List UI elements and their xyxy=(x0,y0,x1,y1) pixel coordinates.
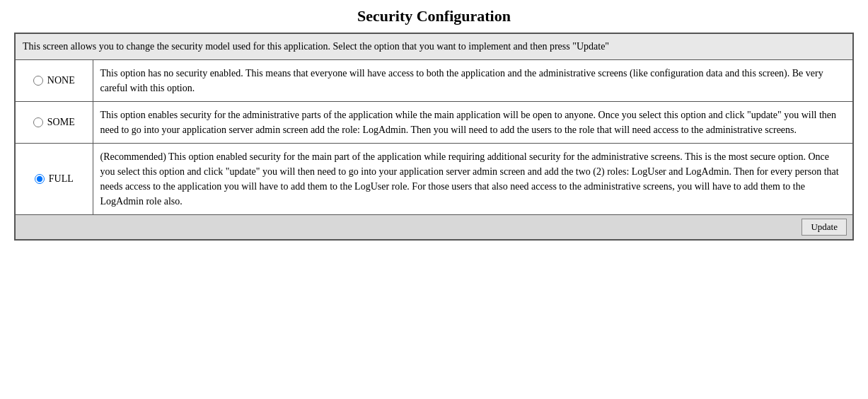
option-row-none: NONE This option has no security enabled… xyxy=(15,59,853,101)
intro-text: This screen allows you to change the sec… xyxy=(15,33,853,59)
description-full: (Recommended) This option enabled securi… xyxy=(93,143,853,214)
radio-some[interactable] xyxy=(33,117,43,127)
option-label-none: NONE xyxy=(15,59,93,101)
radio-full[interactable] xyxy=(35,174,45,184)
security-config-table: This screen allows you to change the sec… xyxy=(14,33,854,241)
intro-row: This screen allows you to change the sec… xyxy=(15,33,853,59)
label-some[interactable]: SOME xyxy=(47,117,75,128)
radio-none[interactable] xyxy=(33,76,43,86)
footer-cell: Update xyxy=(15,214,853,240)
option-label-full: FULL xyxy=(15,143,93,214)
option-row-full: FULL (Recommended) This option enabled s… xyxy=(15,143,853,214)
footer-row: Update xyxy=(15,214,853,240)
label-full[interactable]: FULL xyxy=(49,173,74,185)
option-label-some: SOME xyxy=(15,101,93,143)
description-none: This option has no security enabled. Thi… xyxy=(93,59,853,101)
description-some: This option enables security for the adm… xyxy=(93,101,853,143)
label-none[interactable]: NONE xyxy=(47,75,75,86)
page-title: Security Configuration xyxy=(14,7,854,25)
option-row-some: SOME This option enables security for th… xyxy=(15,101,853,143)
update-button[interactable]: Update xyxy=(802,219,847,236)
